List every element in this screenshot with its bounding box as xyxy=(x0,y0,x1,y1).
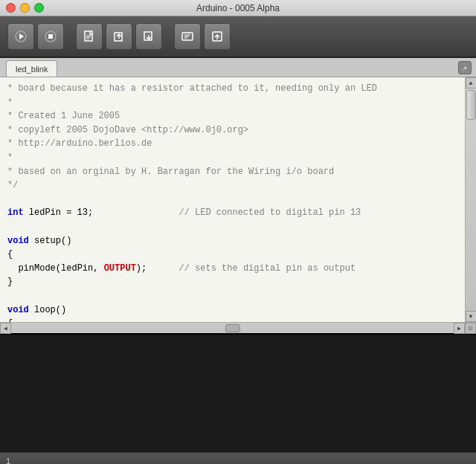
hscroll-thumb[interactable] xyxy=(225,324,240,332)
play-icon xyxy=(15,30,27,42)
scroll-right-button[interactable]: ▶ xyxy=(454,323,465,334)
maximize-button[interactable] xyxy=(34,3,44,13)
code-line: * Created 1 June 2005 xyxy=(7,109,457,123)
upload-button[interactable] xyxy=(204,23,231,50)
code-line: { xyxy=(7,317,457,322)
code-line: * xyxy=(7,151,457,165)
window-controls[interactable] xyxy=(6,3,44,13)
console-output xyxy=(0,333,476,452)
save-button[interactable] xyxy=(135,23,162,50)
code-line: { xyxy=(7,248,457,262)
toolbar xyxy=(0,16,476,58)
save-icon xyxy=(143,30,155,42)
code-line xyxy=(7,193,457,207)
scroll-down-button[interactable]: ▼ xyxy=(466,311,477,322)
new-tab-button[interactable]: ↗ xyxy=(458,61,472,74)
open-button[interactable] xyxy=(106,23,132,50)
svg-marker-1 xyxy=(19,33,24,39)
minimize-button[interactable] xyxy=(20,3,30,13)
new-icon xyxy=(83,30,95,42)
code-line xyxy=(7,220,457,234)
code-line: * http://arduino.berlios.de xyxy=(7,137,457,151)
code-line: pinMode(ledPin, OUTPUT); // sets the dig… xyxy=(7,262,457,276)
window-title: Arduino - 0005 Alpha xyxy=(196,3,280,13)
stop-button[interactable] xyxy=(37,23,64,50)
serial-monitor-button[interactable] xyxy=(174,23,201,50)
resize-corner[interactable]: ⊡ xyxy=(465,323,476,334)
code-editor[interactable]: * board because it has a resistor attach… xyxy=(0,77,465,322)
scroll-up-button[interactable]: ▲ xyxy=(466,77,477,88)
play-button[interactable] xyxy=(7,23,34,50)
vertical-scrollbar[interactable]: ▲ ▼ xyxy=(465,77,476,322)
code-line: * xyxy=(7,96,457,110)
serial-icon xyxy=(181,30,193,42)
upload-icon xyxy=(211,30,223,42)
tab-led-blink[interactable]: led_blink xyxy=(6,60,57,77)
scroll-left-button[interactable]: ◀ xyxy=(0,323,11,334)
code-line: void loop() xyxy=(7,303,457,318)
tab-label: led_blink xyxy=(16,65,48,74)
stop-icon xyxy=(45,30,57,42)
new-button[interactable] xyxy=(76,23,103,50)
status-line: 1 xyxy=(6,457,10,465)
horizontal-scrollbar[interactable]: ◀ ▶ ⊡ xyxy=(0,322,476,333)
code-line: */ xyxy=(7,178,457,193)
code-line: void setup() xyxy=(7,234,457,248)
open-icon xyxy=(113,30,125,42)
status-bar: 1 xyxy=(0,452,476,464)
code-area: * board because it has a resistor attach… xyxy=(0,77,476,322)
editor-container: led_blink ↗ * board because it has a res… xyxy=(0,58,476,333)
tab-bar: led_blink ↗ xyxy=(0,58,476,77)
hscroll-track xyxy=(11,323,454,333)
code-line: * copyleft 2005 DojoDave <http://www.0j0… xyxy=(7,123,457,138)
title-bar: Arduino - 0005 Alpha xyxy=(0,0,476,16)
code-line: * board because it has a resistor attach… xyxy=(7,82,457,96)
code-line xyxy=(7,289,457,303)
code-line: * based on an orginal by H. Barragan for… xyxy=(7,165,457,179)
close-button[interactable] xyxy=(6,3,16,13)
code-line: int ledPin = 13; // LED connected to dig… xyxy=(7,206,457,220)
code-line: } xyxy=(7,275,457,289)
svg-rect-3 xyxy=(48,34,53,39)
scroll-thumb[interactable] xyxy=(466,90,476,120)
